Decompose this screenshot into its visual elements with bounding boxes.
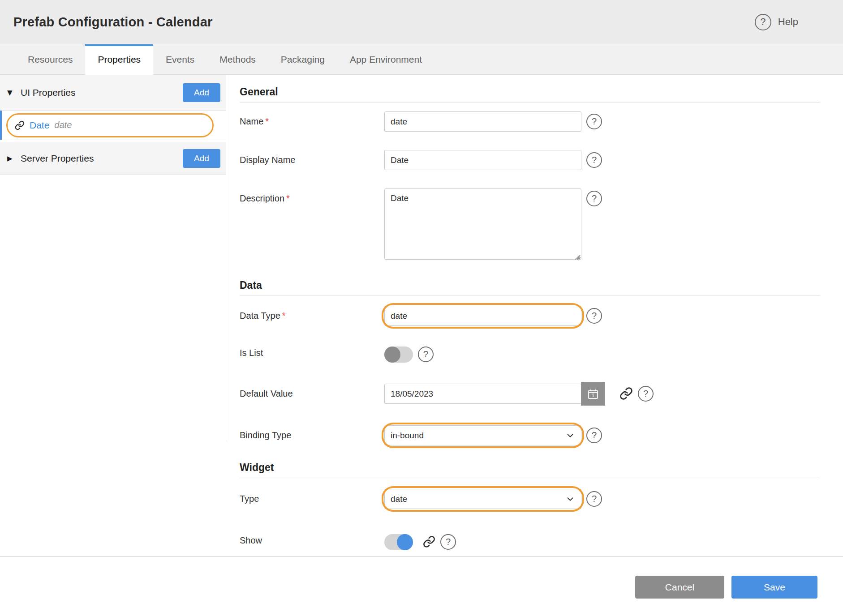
tab-resources[interactable]: Resources	[15, 44, 85, 74]
field-row-display-name: Display Name ?	[240, 150, 843, 170]
help-icon[interactable]: ?	[586, 491, 602, 507]
add-server-property-button[interactable]: Add	[183, 149, 220, 168]
description-textarea[interactable]: Date	[384, 188, 581, 260]
help-icon[interactable]: ?	[586, 308, 602, 324]
binding-type-value: in-bound	[391, 431, 424, 441]
section-heading-data: Data	[240, 279, 820, 296]
section-heading-widget: Widget	[240, 462, 820, 478]
tab-bar: Resources Properties Events Methods Pack…	[0, 44, 843, 75]
toggle-knob	[384, 346, 400, 363]
add-ui-property-button[interactable]: Add	[183, 83, 220, 102]
field-row-is-list: Is List ?	[240, 343, 843, 363]
property-item-display-name: Date	[30, 120, 49, 131]
chevron-down-icon	[565, 494, 575, 504]
bind-property-link-icon[interactable]	[619, 387, 633, 400]
tab-packaging[interactable]: Packaging	[268, 44, 337, 74]
data-type-input[interactable]	[384, 306, 581, 326]
dialog-header: Prefab Configuration - Calendar ? Help	[0, 0, 843, 44]
field-row-binding-type: Binding Type in-bound ?	[240, 425, 843, 445]
help-link[interactable]: ? Help	[755, 14, 798, 30]
highlight-outline: in-bound	[384, 425, 581, 445]
required-asterisk: *	[282, 311, 286, 321]
widget-type-select[interactable]: date	[384, 489, 581, 509]
toggle-knob	[397, 534, 413, 550]
name-input[interactable]	[384, 111, 581, 132]
help-icon[interactable]: ?	[586, 114, 602, 129]
ui-properties-label: UI Properties	[21, 87, 76, 98]
server-properties-label: Server Properties	[21, 153, 94, 164]
show-label: Show	[240, 530, 384, 546]
binding-type-select[interactable]: in-bound	[384, 425, 581, 445]
caret-right-icon[interactable]: ▶	[7, 154, 17, 163]
widget-type-value: date	[391, 494, 407, 504]
display-name-input[interactable]	[384, 150, 581, 170]
description-label: Description*	[240, 188, 384, 204]
help-label[interactable]: Help	[778, 16, 798, 28]
is-list-toggle[interactable]	[384, 346, 413, 363]
question-circle-icon[interactable]: ?	[755, 14, 771, 30]
help-icon[interactable]: ?	[586, 152, 602, 168]
highlight-outline	[384, 306, 581, 326]
is-list-label: Is List	[240, 343, 384, 358]
date-picker-button[interactable]: 1	[581, 382, 605, 406]
help-icon[interactable]: ?	[638, 386, 654, 402]
field-row-description: Description* Date ?	[240, 188, 843, 261]
dialog-footer: Cancel Save	[0, 556, 843, 616]
page-title: Prefab Configuration - Calendar	[13, 15, 212, 30]
help-icon[interactable]: ?	[418, 346, 434, 362]
selected-property-item[interactable]: Date date	[6, 113, 214, 137]
field-row-default-value: Default Value 1	[240, 384, 843, 406]
name-label: Name*	[240, 111, 384, 127]
link-icon	[15, 120, 25, 130]
tab-properties[interactable]: Properties	[85, 44, 153, 74]
field-row-show: Show ?	[240, 530, 843, 550]
section-heading-general: General	[240, 86, 820, 103]
help-icon[interactable]: ?	[586, 191, 602, 206]
ui-properties-header[interactable]: ▼ UI Properties Add	[0, 75, 226, 111]
default-value-input[interactable]	[384, 384, 581, 404]
help-icon[interactable]: ?	[440, 534, 456, 550]
bind-property-link-icon[interactable]	[423, 535, 435, 548]
type-label: Type	[240, 489, 384, 504]
chevron-down-icon	[565, 431, 575, 441]
highlight-outline: date	[384, 489, 581, 509]
data-type-label: Data Type*	[240, 306, 384, 321]
binding-type-label: Binding Type	[240, 425, 384, 441]
field-row-type: Type date ?	[240, 489, 843, 509]
field-row-data-type: Data Type* ?	[240, 306, 843, 326]
calendar-icon: 1	[586, 387, 600, 401]
required-asterisk: *	[265, 116, 269, 126]
tab-methods[interactable]: Methods	[207, 44, 268, 74]
show-toggle[interactable]	[384, 534, 413, 550]
properties-sidebar: ▼ UI Properties Add Date date ▶ Server P…	[0, 75, 226, 175]
field-row-name: Name* ?	[240, 111, 843, 132]
server-properties-header[interactable]: ▶ Server Properties Add	[0, 142, 226, 175]
property-form-panel: General Name* ? Display Name ? Descripti…	[226, 75, 843, 556]
display-name-label: Display Name	[240, 150, 384, 165]
required-asterisk: *	[286, 193, 290, 203]
save-button[interactable]: Save	[731, 576, 817, 599]
property-item-name: date	[54, 120, 72, 130]
help-icon[interactable]: ?	[586, 428, 602, 443]
svg-text:1: 1	[592, 393, 594, 398]
cancel-button[interactable]: Cancel	[635, 576, 724, 599]
caret-down-icon[interactable]: ▼	[7, 89, 17, 97]
default-value-label: Default Value	[240, 384, 384, 399]
property-list-item-date[interactable]: Date date	[0, 111, 226, 140]
tab-events[interactable]: Events	[153, 44, 207, 74]
tab-app-environment[interactable]: App Environment	[337, 44, 434, 74]
